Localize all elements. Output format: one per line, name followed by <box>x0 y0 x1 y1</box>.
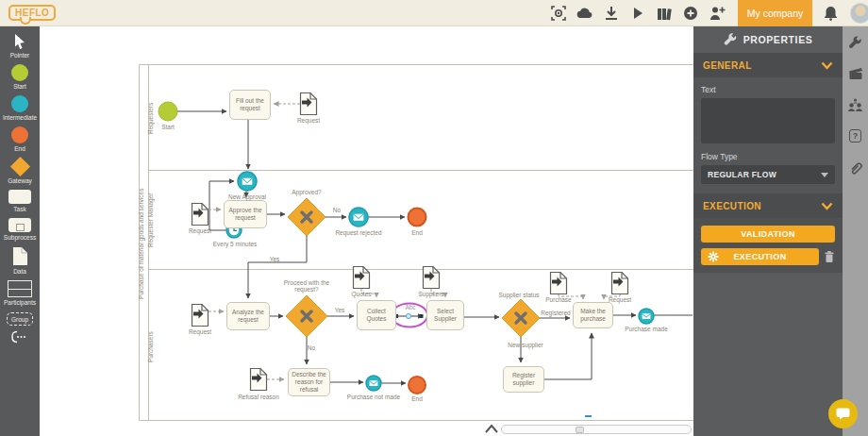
task-icon <box>8 190 31 204</box>
my-company-button[interactable]: My company <box>738 0 812 26</box>
properties-tab-wrench-icon[interactable] <box>847 34 864 51</box>
start-event-icon <box>11 64 28 81</box>
message-event-request-rejected[interactable] <box>349 208 368 226</box>
palette-task[interactable]: Task <box>8 190 31 212</box>
start-event-start[interactable] <box>159 102 177 121</box>
task-analyze-request[interactable]: Analyze the request <box>226 302 270 330</box>
task-make-purchase[interactable]: Make the purchase <box>573 302 613 328</box>
participants-roles-icon[interactable] <box>847 96 864 113</box>
task-collect-quotes[interactable]: Collect Quotes <box>357 300 396 330</box>
gateway-approved[interactable] <box>288 198 326 236</box>
screen-capture-icon[interactable] <box>545 0 572 26</box>
execution-section-title: EXECUTION <box>703 201 761 211</box>
label-approved: Approved? <box>292 189 321 195</box>
user-avatar[interactable] <box>850 3 868 24</box>
label-request-rejected: Request rejected <box>335 229 381 236</box>
download-icon[interactable] <box>598 0 625 26</box>
label-request-2: Request <box>189 227 211 234</box>
label-yes-2: Yes <box>335 307 345 313</box>
label-request-4: Request <box>609 296 631 303</box>
label-purchase-made: Purchase made <box>625 326 668 332</box>
notifications-bell-icon[interactable] <box>816 0 844 26</box>
heflo-logo[interactable]: HEFLO <box>8 5 56 21</box>
label-supplier-status: Supplier status <box>499 292 540 298</box>
add-circle-icon[interactable] <box>677 0 704 26</box>
pool-label[interactable]: Purchase of material goods and services <box>138 149 144 338</box>
task-fill-out-request[interactable]: Fill out the request <box>229 90 271 120</box>
label-suppliers: Suppliers <box>418 291 443 297</box>
task-register-supplier[interactable]: Register supplier <box>503 366 544 393</box>
gateway-proceed[interactable] <box>286 295 327 337</box>
add-person-icon[interactable] <box>704 0 730 26</box>
label-proceed: Proceed with the request? <box>278 279 335 293</box>
diagram-canvas[interactable]: Purchase of material goods and services … <box>40 26 693 436</box>
lane-label-requester-manager[interactable]: Requester Manager <box>147 185 154 256</box>
task-select-supplier[interactable]: Select Supplier <box>426 300 464 330</box>
properties-header: PROPERTIES <box>693 26 843 53</box>
expand-panel-chevron[interactable] <box>483 423 500 435</box>
lane-label-purchasers[interactable]: Purchasers <box>147 324 154 371</box>
palette-annotation[interactable] <box>10 330 29 344</box>
cloud-icon[interactable] <box>572 0 598 26</box>
end-event-1[interactable] <box>409 209 426 226</box>
annotation-icon <box>10 330 29 344</box>
palette-pointer-tool[interactable]: Pointer <box>10 33 30 59</box>
palette-intermediate-event[interactable]: Intermediate <box>3 95 37 121</box>
process-clapperboard-icon[interactable] <box>847 65 864 82</box>
palette-start-event[interactable]: Start <box>11 64 28 90</box>
execution-section-header[interactable]: EXECUTION <box>693 193 843 218</box>
wrench-icon <box>724 33 737 46</box>
scrollbar-thumb[interactable] <box>576 427 584 433</box>
palette-group[interactable]: Group <box>7 312 33 326</box>
general-section-header[interactable]: GENERAL <box>693 53 843 77</box>
data-objects[interactable] <box>192 93 628 391</box>
label-purchase-not-made: Purchase not made <box>347 394 400 400</box>
subprocess-icon <box>8 218 31 232</box>
attachments-paperclip-icon[interactable] <box>847 159 864 176</box>
end-event-icon <box>11 126 28 143</box>
label-new-supplier: New supplier <box>508 342 543 348</box>
task-approve-request[interactable]: Approve the request <box>224 200 267 228</box>
chevron-down-icon <box>821 202 833 210</box>
flow-type-select[interactable]: REGULAR FLOW <box>701 165 835 184</box>
chat-bubble-button[interactable] <box>828 399 858 428</box>
top-bar: HEFLO <box>0 0 868 26</box>
label-every-5-minutes: Every 5 minutes <box>213 241 258 247</box>
label-end-2: End <box>411 395 423 402</box>
library-icon[interactable] <box>651 0 677 26</box>
palette-participants[interactable]: Participants <box>4 280 36 306</box>
trash-icon[interactable] <box>824 250 835 263</box>
palette-subprocess[interactable]: Subprocess <box>4 218 36 241</box>
play-icon[interactable] <box>625 0 651 26</box>
help-icon[interactable]: ? <box>847 127 864 144</box>
label-start: Start <box>161 124 175 130</box>
label-refusal-reason: Refusal reason <box>238 394 279 400</box>
data-object-icon <box>12 246 28 266</box>
palette-end-event[interactable]: End <box>11 126 28 152</box>
pointer-icon <box>12 33 27 50</box>
lane-label-requesters[interactable]: Requesters <box>147 94 154 142</box>
flow-type-label: Flow Type <box>701 152 835 161</box>
group-icon: Group <box>7 312 33 326</box>
palette-data-object[interactable]: Data <box>12 246 28 275</box>
horizontal-scrollbar[interactable] <box>501 425 692 434</box>
data-associations[interactable] <box>209 104 620 379</box>
properties-panel: PROPERTIES GENERAL Text Flow Type REGULA… <box>693 26 843 436</box>
chevron-down-icon <box>821 61 833 70</box>
end-event-2[interactable] <box>409 377 426 394</box>
execution-button[interactable]: EXECUTION <box>701 248 819 265</box>
message-event-purchase-not-made[interactable] <box>366 376 381 391</box>
palette-gateway[interactable]: Gateway <box>8 158 32 184</box>
message-event-purchase-made[interactable] <box>639 309 654 324</box>
message-event-new-approval[interactable] <box>238 172 257 191</box>
validation-button[interactable]: VALIDATION <box>701 226 835 243</box>
heflo-app: HEFLO <box>0 0 868 436</box>
general-section-title: GENERAL <box>703 60 752 71</box>
top-bar-actions: My company <box>545 0 868 26</box>
label-abc: Abc <box>405 304 415 310</box>
task-describe-refusal[interactable]: Describe the reason for refusal <box>288 368 330 396</box>
text-field[interactable] <box>701 98 835 143</box>
sequence-flows[interactable] <box>177 111 693 383</box>
label-registered: Registered <box>541 310 570 316</box>
gateway-supplier-status[interactable] <box>502 299 540 337</box>
